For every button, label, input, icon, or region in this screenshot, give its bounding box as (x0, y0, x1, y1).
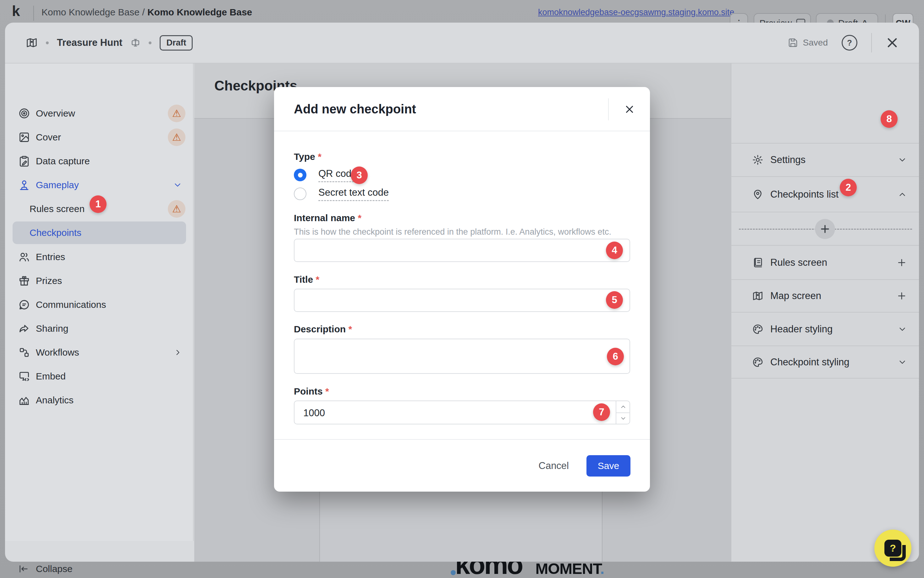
sidebar-item-workflows[interactable]: Workflows (5, 341, 194, 364)
breadcrumb-separator: / (142, 7, 145, 17)
rename-icon[interactable] (130, 38, 140, 48)
clipboard-pen-icon (18, 155, 30, 167)
target-icon (18, 107, 30, 119)
stepper-up-button[interactable] (616, 401, 630, 412)
draft-status-badge: Draft (159, 35, 193, 50)
section-label: Header styling (770, 323, 833, 335)
chevron-down-icon[interactable] (898, 357, 907, 367)
radio-unselected-icon[interactable] (294, 188, 306, 200)
screen: k Komo Knowledge Base / Komo Knowledge B… (0, 0, 924, 578)
sidebar-item-label: Communications (36, 299, 106, 310)
campaign-title: Treasure Hunt (57, 37, 122, 49)
add-rules-screen-button[interactable] (896, 257, 907, 268)
annotation-badge-5: 5 (606, 291, 623, 309)
modal-header-divider (608, 98, 609, 120)
stepper-down-button[interactable] (616, 412, 630, 424)
section-map-screen[interactable]: Map screen (731, 279, 919, 312)
breadcrumb-current: Komo Knowledge Base (147, 7, 252, 17)
chevron-right-icon[interactable] (174, 348, 182, 357)
sidebar-item-communications[interactable]: Communications (5, 293, 194, 317)
chevron-down-icon[interactable] (898, 155, 907, 165)
treasure-map-icon (26, 37, 38, 49)
sidebar-item-label: Workflows (36, 347, 79, 358)
collapse-icon (18, 563, 29, 574)
points-input[interactable]: 1000 (294, 401, 630, 424)
sidebar-item-checkpoints[interactable]: Checkpoints (13, 221, 186, 244)
modal-title: Add new checkpoint (294, 102, 416, 116)
chevron-down-icon[interactable] (898, 325, 907, 334)
internal-name-input[interactable] (294, 239, 630, 262)
editor-sidebar: Overview ⚠ Cover ⚠ Data capture Gameplay (5, 63, 194, 541)
cancel-button[interactable]: Cancel (539, 460, 569, 471)
scroll-icon (752, 257, 763, 268)
section-label: Rules screen (770, 257, 827, 268)
add-map-screen-button[interactable] (896, 291, 907, 301)
radio-option-secret[interactable]: Secret text code (294, 185, 389, 203)
chevron-up-icon[interactable] (898, 190, 907, 199)
sidebar-item-label: Sharing (36, 323, 68, 334)
editor-header: Treasure Hunt Draft Saved ? (5, 23, 919, 63)
section-rules-screen[interactable]: Rules screen (731, 245, 919, 279)
description-label: Description * (294, 324, 352, 334)
description-input[interactable] (294, 339, 630, 374)
chevron-down-icon (620, 415, 627, 422)
sidebar-item-label: Checkpoints (29, 227, 81, 238)
title-input[interactable] (294, 289, 630, 312)
section-label: Map screen (770, 290, 821, 302)
help-icon[interactable]: ? (842, 35, 857, 50)
sidebar-item-label: Entries (36, 252, 65, 262)
sidebar-item-analytics[interactable]: Analytics (5, 388, 194, 412)
save-button[interactable]: Save (586, 455, 630, 477)
base-collapse-label: Collapse (36, 563, 73, 574)
sidebar-item-label: Embed (36, 371, 66, 382)
close-editor-icon[interactable] (886, 36, 899, 49)
chevron-down-icon[interactable] (173, 180, 182, 190)
separator-dot (46, 41, 49, 44)
sidebar-item-gameplay[interactable]: Gameplay (5, 173, 194, 197)
modal-close-button[interactable] (621, 101, 638, 117)
chat-icon (18, 299, 30, 311)
sidebar-item-cover[interactable]: Cover ⚠ (5, 125, 194, 149)
sidebar-item-label: Analytics (36, 395, 73, 406)
sidebar-item-embed[interactable]: Embed (5, 364, 194, 388)
section-label: Checkpoints list (770, 189, 838, 200)
points-stepper (616, 401, 630, 424)
annotation-badge-4: 4 (606, 242, 623, 259)
share-icon (18, 323, 30, 334)
add-checkpoint-button[interactable] (815, 219, 835, 239)
sidebar-item-sharing[interactable]: Sharing (5, 317, 194, 341)
modal-footer: Cancel Save (274, 439, 650, 492)
plus-icon (896, 291, 907, 301)
sidebar-item-prizes[interactable]: Prizes (5, 269, 194, 293)
chevron-up-icon (620, 403, 627, 410)
radio-option-qr[interactable]: QR code (294, 166, 357, 184)
topbar-divider (33, 6, 34, 21)
sidebar-item-entries[interactable]: Entries (5, 245, 194, 269)
header-divider (871, 33, 872, 52)
site-link[interactable]: komoknowledgebase-oecgsawmg.staging.komo… (538, 8, 734, 17)
breadcrumb-parent[interactable]: Komo Knowledge Base (41, 7, 140, 17)
analytics-icon (18, 394, 30, 406)
sidebar-item-overview[interactable]: Overview ⚠ (5, 101, 194, 125)
points-label: Points * (294, 386, 329, 397)
sidebar-item-label: Overview (36, 108, 75, 119)
sidebar-item-label: Rules screen (29, 203, 85, 214)
plus-icon (819, 223, 831, 235)
section-checkpoints-list[interactable]: Checkpoints list (731, 176, 919, 212)
section-header-styling[interactable]: Header styling (731, 312, 919, 346)
section-settings[interactable]: Settings (731, 143, 919, 176)
internal-name-label: Internal name * (294, 213, 361, 223)
section-checkpoint-styling[interactable]: Checkpoint styling (731, 346, 919, 378)
separator-dot (149, 41, 151, 44)
support-fab-button[interactable]: ? (874, 529, 911, 567)
warning-badge: ⚠ (168, 105, 185, 122)
radio-label: Secret text code (318, 187, 389, 201)
radio-selected-icon[interactable] (294, 169, 306, 181)
image-icon (18, 131, 30, 143)
gift-icon (18, 275, 30, 287)
breadcrumb: Komo Knowledge Base / Komo Knowledge Bas… (41, 7, 252, 18)
add-checkpoint-row (731, 212, 919, 245)
base-collapse-button[interactable]: Collapse (18, 563, 73, 574)
sidebar-item-data-capture[interactable]: Data capture (5, 149, 194, 173)
sidebar-item-label: Data capture (36, 156, 90, 167)
